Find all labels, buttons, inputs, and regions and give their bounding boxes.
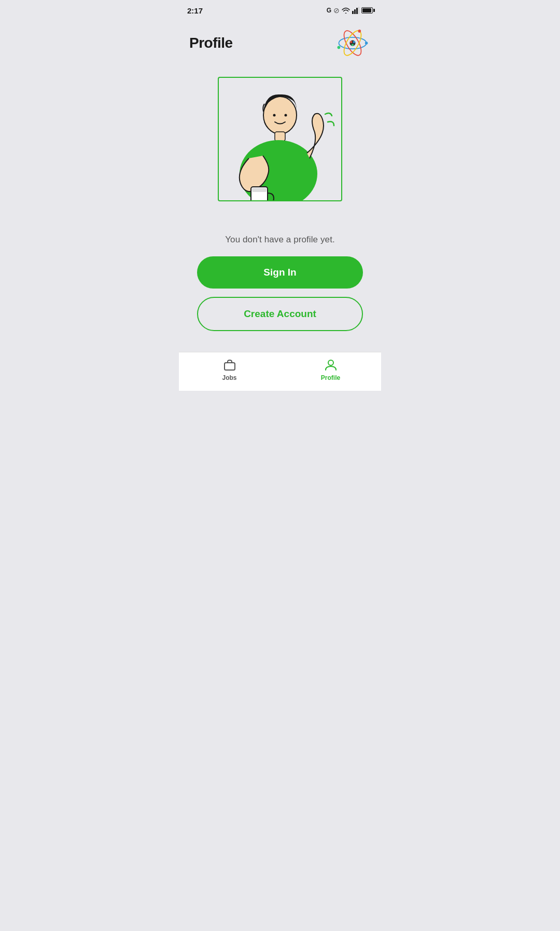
illustration-box — [218, 77, 342, 201]
svg-point-15 — [273, 114, 276, 117]
status-icons: G ⊘ — [327, 6, 373, 15]
status-time: 2:17 — [187, 6, 203, 15]
battery-icon — [361, 7, 373, 13]
atom-logo-icon — [334, 25, 371, 61]
illustration-container — [189, 77, 371, 222]
nav-item-jobs[interactable]: Jobs — [179, 358, 280, 381]
bottom-nav: Jobs Profile — [179, 352, 381, 391]
sign-in-button[interactable]: Sign In — [197, 256, 363, 289]
svg-point-12 — [358, 30, 361, 33]
create-account-button[interactable]: Create Account — [197, 297, 363, 331]
svg-rect-20 — [252, 188, 267, 192]
wifi-icon — [342, 7, 350, 13]
signal-icon — [352, 7, 359, 14]
svg-point-7 — [352, 44, 354, 46]
svg-rect-2 — [356, 8, 358, 14]
jobs-icon — [222, 358, 237, 372]
svg-point-5 — [350, 41, 352, 43]
svg-rect-1 — [354, 9, 356, 14]
svg-rect-3 — [358, 7, 359, 14]
status-bar: 2:17 G ⊘ — [179, 0, 381, 19]
svg-point-11 — [365, 42, 368, 45]
svg-rect-0 — [352, 11, 354, 14]
illustration-wrapper — [207, 77, 353, 222]
google-icon: G — [327, 7, 331, 14]
svg-point-6 — [353, 41, 355, 43]
main-content: Profile — [179, 19, 381, 331]
svg-rect-21 — [225, 363, 235, 370]
nav-item-profile[interactable]: Profile — [280, 358, 381, 381]
svg-point-22 — [328, 360, 333, 365]
no-disturb-icon: ⊘ — [333, 6, 340, 15]
profile-nav-label: Profile — [321, 374, 340, 381]
header: Profile — [189, 25, 371, 61]
jobs-nav-label: Jobs — [222, 374, 236, 381]
svg-point-16 — [285, 114, 287, 117]
svg-point-13 — [338, 46, 341, 49]
svg-rect-17 — [275, 132, 285, 141]
person-waving-illustration — [219, 78, 342, 201]
no-profile-text: You don't have a profile yet. — [189, 235, 371, 245]
profile-icon — [324, 358, 338, 372]
page-title: Profile — [189, 35, 233, 51]
